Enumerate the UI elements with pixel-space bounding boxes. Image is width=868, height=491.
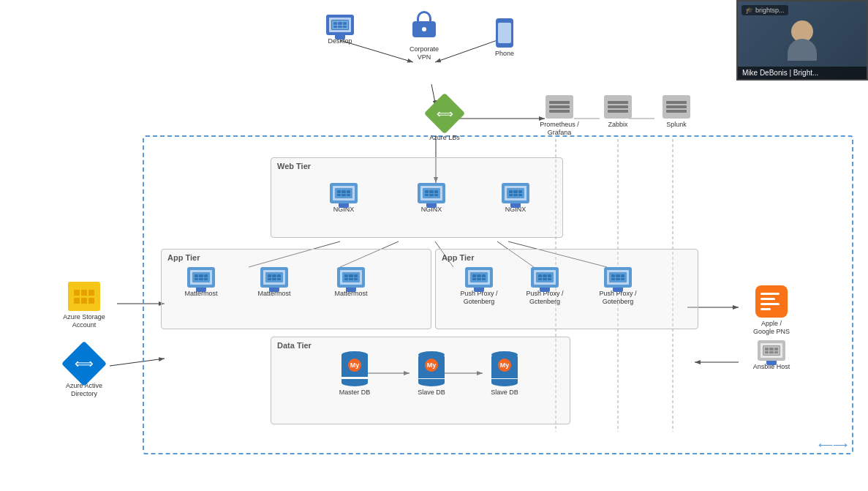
node-ansible: Ansbile Host [739,340,804,371]
node-zabbix: Zabbix [592,95,644,129]
pp3-label: Push Proxy /Gotenberg [599,290,636,306]
azure-storage-label: Azure StorageAccount [63,313,105,329]
data-tier-label: Data Tier [277,341,312,350]
zabbix-icon [604,95,632,119]
slavedb2-icon: My [488,351,521,386]
vpn-icon [411,11,437,43]
prometheus-icon [546,95,573,119]
video-name-bar: Mike DeBonis | Bright... [738,67,867,79]
corner-nav-arrows[interactable]: ⟵⟶ [818,439,848,451]
node-apple-pns: Apple /Google PNS [739,285,804,336]
mm3-icon [337,267,365,288]
node-nginx3: NGINX [490,183,541,214]
video-overlay: 🎓 brightsp... Mike DeBonis | Bright... [736,0,868,80]
desktop-icon [326,15,354,35]
brightspace-logo: 🎓 brightsp... [741,5,788,15]
apple-pns-icon [755,285,788,318]
node-azure-lb: ⟺ Azure LBs [415,95,474,142]
node-mm3: Mattermost [325,267,377,298]
pp1-label: Push Proxy /Gotenberg [460,290,497,306]
brightspace-icon: 🎓 [745,7,753,14]
node-mm1: Mattermost [176,267,227,298]
web-tier-label: Web Tier [277,162,311,170]
node-slavedb2: My Slave DB [479,351,530,397]
pp1-icon [465,267,493,288]
node-nginx2: NGINX [406,183,457,214]
ansible-icon [758,340,785,361]
app-tier-left-label: App Tier [167,253,200,262]
masterdb-icon: My [339,351,371,386]
slavedb2-label: Slave DB [491,389,518,397]
node-slavedb1: My Slave DB [406,351,457,397]
node-azure-storage: Azure StorageAccount [51,282,117,329]
slavedb1-label: Slave DB [418,389,445,397]
zabbix-label: Zabbix [608,121,627,129]
azure-ad-icon: ⟺ [68,348,100,380]
node-masterdb: My Master DB [329,351,380,397]
splunk-icon [663,95,690,119]
splunk-label: Splunk [666,121,687,129]
azure-storage-icon [68,282,100,311]
mm1-icon [187,267,215,288]
node-prometheus: Prometheus /Grafana [534,95,585,137]
node-pp2: Push Proxy /Gctenberg [519,267,570,306]
node-splunk: Splunk [651,95,702,129]
phone-label: Phone [495,50,514,58]
pp3-icon [604,267,632,288]
node-pp3: Push Proxy /Gotenberg [592,267,644,306]
node-phone: Phone [479,18,530,58]
main-canvas: Web Tier App Tier App Tier Data Tier Des… [0,0,868,491]
node-vpn: CorporateVPN [399,11,450,61]
presenter-name: Mike DeBonis | Bright... [742,69,818,77]
nginx3-icon [502,183,529,203]
azure-lb-label: Azure LBs [429,134,460,142]
mm2-icon [260,267,288,288]
nginx1-icon [330,183,358,203]
apple-pns-label: Apple /Google PNS [753,320,790,336]
avatar-body [788,39,817,61]
node-mm2: Mattermost [249,267,300,298]
nginx2-icon [418,183,445,203]
phone-icon [496,18,513,48]
prometheus-label: Prometheus /Grafana [540,121,579,137]
pp2-icon [531,267,559,288]
azure-lb-icon: ⟺ [424,93,466,135]
masterdb-label: Master DB [339,389,371,397]
brightspace-text: brightsp... [755,7,785,14]
node-desktop: Desktop [314,15,366,45]
slavedb1-icon: My [415,351,448,386]
node-pp1: Push Proxy /Gotenberg [453,267,505,306]
node-nginx1: NGINX [318,183,369,214]
pp2-label: Push Proxy /Gctenberg [526,290,563,306]
node-azure-ad: ⟺ Azure ActiveDirectory [51,348,117,398]
app-tier-right-label: App Tier [442,253,474,262]
vpn-label: CorporateVPN [410,45,439,61]
